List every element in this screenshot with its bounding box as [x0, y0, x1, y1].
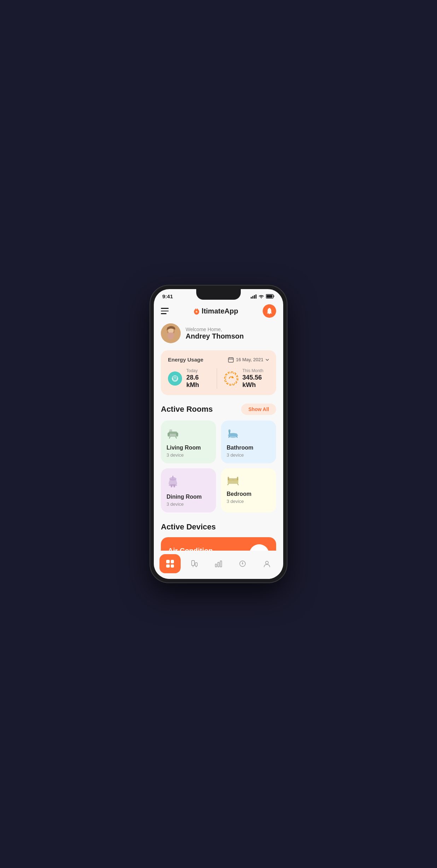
svg-rect-1 — [252, 296, 254, 299]
month-icon — [224, 371, 238, 386]
svg-line-17 — [169, 437, 170, 438]
month-label: This Month — [243, 368, 269, 373]
month-stat: This Month 345.56 kWh — [217, 368, 269, 389]
svg-rect-5 — [267, 295, 273, 298]
date-picker[interactable]: 16 May, 2021 — [228, 357, 269, 363]
energy-stats: Today 28.6 kMh Th — [168, 368, 269, 389]
devices-title: Active Devices — [161, 522, 216, 532]
today-stat: Today 28.6 kMh — [168, 368, 213, 389]
svg-line-18 — [176, 437, 176, 438]
bathroom-icon — [227, 428, 270, 440]
bottom-nav — [154, 551, 283, 579]
svg-point-11 — [225, 373, 237, 384]
wifi-icon — [258, 294, 264, 299]
notification-button[interactable] — [263, 304, 276, 318]
welcome-text: Welcome Home, — [186, 327, 244, 332]
bedroom-name: Bedroom — [227, 491, 270, 497]
sofa-icon — [167, 428, 179, 439]
dining-room-card[interactable]: Dining Room 3 device — [161, 468, 216, 512]
svg-rect-44 — [220, 561, 222, 567]
device-info: Air Condition Connected — [168, 547, 213, 551]
devices-section-header: Active Devices — [161, 522, 276, 532]
stats-icon — [215, 560, 222, 568]
svg-rect-34 — [228, 477, 229, 480]
energy-card: Energy Usage 16 May, 2021 — [161, 350, 276, 395]
nav-schedule[interactable] — [232, 554, 253, 573]
user-greeting: Welcome Home, Andrey Thomson — [161, 323, 276, 343]
dining-room-icon — [167, 475, 210, 489]
chevron-down-icon — [266, 359, 269, 361]
nav-devices[interactable] — [183, 554, 205, 573]
phone-screen: 9:41 — [154, 289, 283, 579]
dining-room-name: Dining Room — [167, 494, 210, 500]
signal-icon — [251, 294, 257, 299]
svg-rect-28 — [171, 485, 172, 487]
svg-line-37 — [238, 484, 238, 485]
rooms-section-header: Active Rooms Show All — [161, 404, 276, 415]
nav-stats[interactable] — [208, 554, 229, 573]
living-room-card[interactable]: Living Room 3 device — [161, 421, 216, 463]
svg-point-46 — [242, 563, 243, 564]
svg-rect-9 — [228, 358, 233, 362]
app-header: ltimateApp — [161, 301, 276, 323]
bedroom-devices: 3 device — [227, 499, 270, 504]
hamburger-menu[interactable] — [161, 308, 169, 314]
air-condition-card[interactable]: Air Condition Connected On — [161, 537, 276, 551]
app-name-text: ltimateApp — [202, 307, 238, 315]
battery-icon — [266, 294, 275, 299]
notch — [196, 289, 241, 300]
app-title: ltimateApp — [193, 307, 238, 315]
power-icon — [171, 375, 179, 382]
svg-point-47 — [266, 561, 268, 564]
bathroom-name: Bathroom — [227, 445, 270, 451]
nav-home[interactable] — [159, 554, 181, 573]
bedroom-card[interactable]: Bedroom 3 device — [221, 468, 276, 512]
svg-rect-3 — [256, 294, 257, 299]
bathtub-icon — [227, 428, 239, 439]
energy-title: Energy Usage — [168, 357, 203, 363]
devices-section: Active Devices Air Condition Connected O… — [161, 522, 276, 551]
svg-point-27 — [169, 484, 177, 486]
bathroom-devices: 3 device — [227, 452, 270, 458]
svg-rect-16 — [169, 429, 172, 433]
status-time: 9:41 — [162, 293, 173, 299]
svg-rect-15 — [176, 433, 178, 436]
month-stat-info: This Month 345.56 kWh — [243, 368, 269, 389]
month-value: 345.56 kWh — [243, 374, 269, 389]
avatar — [161, 323, 181, 343]
bedroom-icon — [227, 475, 270, 487]
flame-icon — [193, 307, 200, 315]
device-toggle[interactable]: On — [249, 544, 269, 551]
svg-rect-2 — [254, 295, 255, 299]
show-all-rooms-button[interactable]: Show All — [241, 404, 276, 415]
svg-rect-14 — [168, 433, 170, 436]
svg-point-22 — [228, 429, 231, 432]
svg-rect-29 — [174, 485, 175, 487]
living-room-name: Living Room — [167, 445, 210, 451]
svg-rect-43 — [218, 562, 219, 567]
living-room-icon — [167, 428, 210, 440]
svg-line-36 — [228, 484, 228, 485]
rooms-title: Active Rooms — [161, 405, 213, 414]
home-grid-icon — [166, 560, 174, 568]
today-label: Today — [186, 368, 213, 373]
phone-frame: 9:41 — [150, 285, 287, 583]
calendar-icon — [228, 357, 234, 363]
svg-rect-39 — [195, 563, 197, 566]
bathroom-card[interactable]: Bathroom 3 device — [221, 421, 276, 463]
energy-header: Energy Usage 16 May, 2021 — [168, 357, 269, 363]
refresh-circle-icon — [225, 372, 238, 385]
bed-icon — [227, 475, 239, 485]
status-icons — [251, 294, 275, 299]
svg-rect-35 — [237, 477, 238, 480]
today-stat-info: Today 28.6 kMh — [186, 368, 213, 389]
today-icon — [168, 371, 182, 386]
dining-icon — [167, 475, 179, 488]
avatar-image — [161, 323, 181, 343]
svg-rect-42 — [215, 564, 217, 567]
nav-profile[interactable] — [256, 554, 278, 573]
date-text: 16 May, 2021 — [236, 357, 263, 362]
today-value: 28.6 kMh — [186, 374, 213, 389]
svg-rect-38 — [192, 561, 194, 565]
living-room-devices: 3 device — [167, 452, 210, 458]
